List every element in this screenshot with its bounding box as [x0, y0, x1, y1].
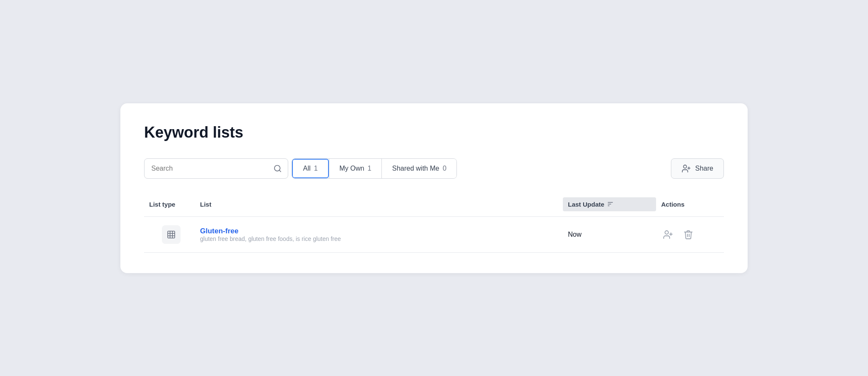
keyword-table: List type List Last Update Actions	[144, 192, 724, 253]
table-header: List type List Last Update Actions	[144, 192, 724, 217]
col-list-type: List type	[144, 197, 195, 211]
list-name-link[interactable]: Gluten-free	[200, 227, 239, 235]
col-list: List	[195, 197, 563, 211]
table-row: Gluten-free gluten free bread, gluten fr…	[144, 217, 724, 253]
filter-group: All 1 My Own 1 Shared with Me 0	[292, 158, 457, 179]
add-user-icon	[663, 229, 673, 240]
share-button[interactable]: Share	[671, 158, 724, 179]
list-type-icon-box	[162, 225, 181, 244]
filter-shared-count: 0	[442, 165, 446, 172]
search-wrapper	[144, 158, 288, 179]
filter-myown-label: My Own	[339, 165, 364, 172]
svg-rect-8	[168, 231, 175, 238]
search-input[interactable]	[145, 165, 267, 172]
page-title: Keyword lists	[144, 124, 724, 141]
col-last-update[interactable]: Last Update	[563, 197, 656, 211]
share-button-label: Share	[695, 165, 713, 172]
filter-myown-count: 1	[367, 165, 371, 172]
list-info-cell: Gluten-free gluten free bread, gluten fr…	[195, 227, 563, 242]
filter-all-count: 1	[314, 165, 318, 172]
list-type-icon-cell	[144, 225, 195, 244]
search-button[interactable]	[267, 159, 288, 178]
svg-point-13	[665, 231, 668, 234]
toolbar: All 1 My Own 1 Shared with Me 0 Share	[144, 158, 724, 179]
filter-all-label: All	[303, 165, 311, 172]
add-user-button[interactable]	[661, 228, 675, 241]
filter-myown-button[interactable]: My Own 1	[329, 159, 382, 178]
col-actions: Actions	[656, 197, 724, 211]
list-keywords: gluten free bread, gluten free foods, is…	[200, 235, 558, 242]
main-card: Keyword lists All 1 My Own 1	[120, 103, 748, 273]
col-last-update-label: Last Update	[568, 201, 604, 208]
sort-icon	[607, 201, 614, 207]
table-grid-icon	[167, 230, 176, 239]
filter-shared-button[interactable]: Shared with Me 0	[382, 159, 456, 178]
filter-shared-label: Shared with Me	[392, 165, 439, 172]
svg-point-2	[684, 165, 687, 168]
row-actions-cell	[656, 228, 724, 241]
search-icon	[273, 164, 282, 173]
delete-button[interactable]	[682, 228, 695, 241]
svg-line-1	[279, 170, 281, 171]
filter-all-button[interactable]: All 1	[292, 159, 329, 178]
trash-icon	[683, 229, 693, 240]
last-update-cell: Now	[563, 231, 656, 238]
share-icon	[682, 164, 691, 173]
